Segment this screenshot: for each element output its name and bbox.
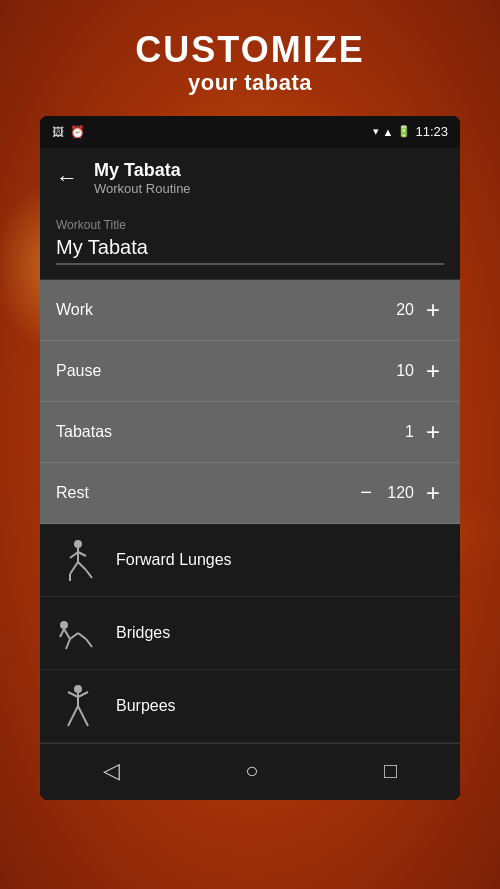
exercise-name-burpees: Burpees xyxy=(116,697,176,715)
svg-line-22 xyxy=(84,718,88,726)
nav-recents-button[interactable]: □ xyxy=(384,758,397,784)
setting-value-tabatas: 1 xyxy=(384,423,414,441)
svg-line-14 xyxy=(60,629,64,637)
app-bar: ← My Tabata Workout Routine xyxy=(40,148,460,208)
workout-title-input[interactable] xyxy=(56,236,444,265)
svg-line-18 xyxy=(78,692,88,697)
setting-label-rest: Rest xyxy=(56,484,89,502)
setting-label-tabatas: Tabatas xyxy=(56,423,112,441)
svg-line-3 xyxy=(78,552,86,556)
setting-row-tabatas: Tabatas 1 + xyxy=(40,402,460,463)
svg-point-8 xyxy=(60,621,68,629)
setting-value-work: 20 xyxy=(384,301,414,319)
svg-line-10 xyxy=(70,633,78,639)
setting-controls-tabatas: 1 + xyxy=(384,418,444,446)
exercise-icon-bridges xyxy=(56,611,100,655)
pause-plus-button[interactable]: + xyxy=(422,357,444,385)
setting-row-work: Work 20 + xyxy=(40,280,460,341)
image-icon: 🖼 xyxy=(52,125,64,139)
rest-plus-button[interactable]: + xyxy=(422,479,444,507)
alarm-icon: ⏰ xyxy=(70,125,85,139)
setting-value-pause: 10 xyxy=(384,362,414,380)
header-section: CUSTOMIZE your tabata xyxy=(0,0,500,116)
exercise-row-lunges[interactable]: Forward Lunges xyxy=(40,524,460,597)
svg-line-13 xyxy=(66,639,70,649)
battery-icon: 🔋 xyxy=(397,125,411,138)
svg-line-2 xyxy=(70,552,78,558)
rest-minus-button[interactable]: − xyxy=(356,481,376,504)
phone-frame: 🖼 ⏰ ▾ ▲ 🔋 11:23 ← My Tabata Workout Rout… xyxy=(40,116,460,800)
nav-back-button[interactable]: ◁ xyxy=(103,758,120,784)
header-title: CUSTOMIZE xyxy=(0,30,500,70)
workout-title-section: Workout Title xyxy=(40,208,460,280)
exercise-row-burpees[interactable]: Burpees xyxy=(40,670,460,743)
header-subtitle: your tabata xyxy=(0,70,500,96)
nav-bar: ◁ ○ □ xyxy=(40,743,460,800)
app-bar-subtitle: Workout Routine xyxy=(94,181,191,196)
svg-line-12 xyxy=(86,639,92,647)
exercise-name-lunges: Forward Lunges xyxy=(116,551,232,569)
setting-label-work: Work xyxy=(56,301,93,319)
status-time: 11:23 xyxy=(415,124,448,139)
svg-point-0 xyxy=(74,540,82,548)
setting-controls-rest: − 120 + xyxy=(356,479,444,507)
svg-line-17 xyxy=(68,692,78,697)
svg-line-21 xyxy=(68,718,72,726)
tabatas-plus-button[interactable]: + xyxy=(422,418,444,446)
svg-line-20 xyxy=(78,706,84,718)
exercise-icon-lunges xyxy=(56,538,100,582)
settings-section: Work 20 + Pause 10 + Tabatas 1 + Rest − xyxy=(40,280,460,524)
app-bar-title: My Tabata xyxy=(94,160,191,181)
signal-icon: ▲ xyxy=(383,126,394,138)
setting-label-pause: Pause xyxy=(56,362,101,380)
exercise-row-bridges[interactable]: Bridges xyxy=(40,597,460,670)
work-plus-button[interactable]: + xyxy=(422,296,444,324)
svg-line-4 xyxy=(70,562,78,574)
nav-home-button[interactable]: ○ xyxy=(245,758,258,784)
back-button[interactable]: ← xyxy=(56,167,78,189)
setting-row-rest: Rest − 120 + xyxy=(40,463,460,524)
svg-line-9 xyxy=(64,629,70,639)
exercises-section: Forward Lunges Bridges xyxy=(40,524,460,743)
workout-title-label: Workout Title xyxy=(56,218,444,232)
svg-line-19 xyxy=(72,706,78,718)
exercise-name-bridges: Bridges xyxy=(116,624,170,642)
svg-line-11 xyxy=(78,633,86,639)
setting-controls-pause: 10 + xyxy=(384,357,444,385)
wifi-icon: ▾ xyxy=(373,125,379,138)
setting-value-rest: 120 xyxy=(384,484,414,502)
svg-line-7 xyxy=(86,570,92,578)
status-left-icons: 🖼 ⏰ xyxy=(52,125,85,139)
status-bar: 🖼 ⏰ ▾ ▲ 🔋 11:23 xyxy=(40,116,460,148)
app-bar-titles: My Tabata Workout Routine xyxy=(94,160,191,196)
exercise-icon-burpees xyxy=(56,684,100,728)
status-right: ▾ ▲ 🔋 11:23 xyxy=(373,124,448,139)
svg-line-5 xyxy=(78,562,86,570)
svg-point-15 xyxy=(74,685,82,693)
setting-row-pause: Pause 10 + xyxy=(40,341,460,402)
setting-controls-work: 20 + xyxy=(384,296,444,324)
